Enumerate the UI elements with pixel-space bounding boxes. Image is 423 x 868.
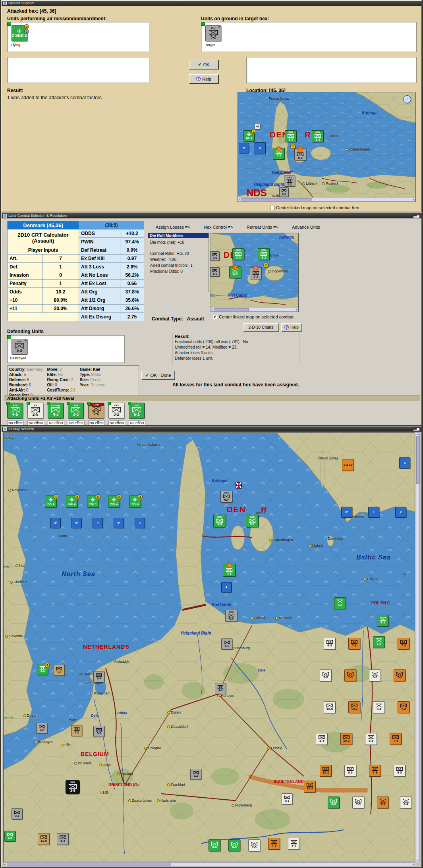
unit-counter[interactable]: 6-46 (37, 664, 48, 675)
unit-counter[interactable]: 9-4 (373, 701, 385, 713)
unit-counter[interactable]: XXX4-3✶ (223, 564, 236, 577)
unit-counter[interactable]: 3 (399, 457, 410, 469)
unit-counter[interactable]: 7-3 (398, 701, 409, 713)
center-map-checkbox-row[interactable]: Center linked map on selected combat hex (270, 205, 359, 210)
unit-counter[interactable]: 8-3 (344, 765, 356, 777)
unit-counter[interactable]: 5-1 (210, 267, 220, 277)
unit-counter[interactable]: 2-3 (71, 725, 82, 736)
unit-counter[interactable]: 4 (221, 582, 232, 592)
attacking-unit-counter[interactable]: XXX3-5 (68, 403, 84, 419)
unit-counter[interactable]: 7-4 (390, 733, 402, 745)
unit-counter[interactable]: XXX3-5 (66, 780, 80, 794)
unit-counter[interactable]: 7-3 (344, 669, 356, 681)
unit-counter[interactable]: 9-5 (369, 669, 381, 681)
unit-counter[interactable]: ✈FA-31 (45, 496, 57, 507)
ok-done-button[interactable]: ✔ OK - Done (141, 371, 175, 380)
unit-counter[interactable]: 10-2 (340, 733, 352, 745)
phase-nav-link[interactable]: Hex Control => (204, 225, 233, 230)
unit-counter[interactable]: 2-6 (4, 831, 15, 842)
unit-counter[interactable]: XXX5-2 (220, 491, 232, 503)
unit-counter[interactable]: 4 (254, 142, 266, 154)
defending-units-box[interactable]: KielR5-2 Destroyed (7, 335, 125, 363)
unit-counter[interactable]: XXX5-3 (225, 610, 237, 622)
unit-counter[interactable]: 6-3 (334, 597, 346, 609)
attacking-unit-counter[interactable]: XX2-5 (27, 403, 43, 419)
land-combat-map[interactable]: KattegaDENarhusCopenhagKiel Canal4-6XXX3… (210, 233, 299, 312)
map-horizontal-scrollbar[interactable]: ◄► (210, 308, 298, 312)
attacking-unit-counter[interactable]: XXX6-1 (129, 403, 145, 419)
ground-support-titlebar[interactable]: Ground Support (2, 1, 421, 6)
unit-counter[interactable]: 4-4 (190, 769, 201, 780)
unit-counter[interactable]: 5-1 (279, 187, 289, 197)
main-map[interactable]: nburghFrederikshavnÖland (Swe)KattegatNe… (3, 432, 415, 862)
center-map-checkbox[interactable] (270, 206, 274, 210)
attacking-unit-slot[interactable]: XX2-5No effect (27, 403, 46, 426)
unit-counter[interactable]: ✈FA-31 (243, 130, 255, 141)
center-map-checkbox-row[interactable]: Center linked map on selected combat. (213, 314, 295, 319)
ground-support-map[interactable]: FrederikshavnKattegatDENRarhusCopenhagen… (238, 92, 416, 202)
unit-counter[interactable]: 4-5✶ (273, 148, 285, 160)
map-horizontal-scrollbar[interactable]: ◄► (3, 862, 415, 866)
unit-counter[interactable]: XXX3-5 (285, 130, 297, 142)
unit-counter[interactable]: 1-3 (54, 665, 65, 676)
unit-counter[interactable]: 2 (395, 507, 406, 518)
ground-units-box[interactable]: KielR5-2 Target (201, 22, 417, 52)
ok-button[interactable]: ✔ OK (189, 60, 218, 69)
unit-counter[interactable]: 2 3 10 (342, 459, 354, 471)
unit-counter[interactable]: 46 (255, 124, 260, 129)
attacking-unit-slot[interactable]: XXX3-2No effect (108, 403, 127, 426)
unit-counter[interactable]: 7-3 (348, 638, 360, 650)
map-vertical-scrollbar[interactable]: ▲▼ (416, 432, 420, 862)
unit-counter[interactable]: 9-5 (365, 733, 377, 745)
unit-counter[interactable]: 0* (114, 518, 124, 528)
unit-counter[interactable]: 6-3 (324, 638, 336, 650)
unit-counter[interactable]: 0* (341, 507, 352, 518)
unit-counter[interactable]: 6-4 (93, 671, 104, 682)
land-combat-titlebar[interactable]: Land Combat Selection & Resolution (2, 213, 421, 218)
unit-counter[interactable]: 10-5 (324, 701, 336, 713)
phase-nav-link[interactable]: Retreat Units => (247, 225, 278, 230)
attacking-unit-slot[interactable]: Chicago4-3No effect (48, 403, 66, 426)
unit-counter[interactable]: 8-6 (328, 797, 340, 808)
attacking-unit-slot[interactable]: CAN5-2No effect (88, 403, 106, 426)
unit-counter[interactable]: 0* (71, 518, 82, 528)
unit-counter[interactable]: ✈FB-46 (87, 496, 99, 507)
unit-counter[interactable]: 6-4 (400, 797, 412, 808)
unit-counter[interactable]: 7-3 (369, 765, 381, 777)
unit-counter[interactable]: 7-5 (352, 797, 364, 808)
unit-counter[interactable]: 7-3 (394, 669, 406, 681)
unit-counter[interactable]: 9-5 (320, 669, 332, 681)
ground-secondary-box[interactable] (246, 57, 417, 83)
unit-counter[interactable]: 5-3 (93, 726, 104, 737)
attacking-unit-slot[interactable]: XXX3-5No effect (68, 403, 86, 426)
attacking-unit-counter[interactable]: CAN5-2 (88, 403, 104, 419)
unit-counter[interactable]: + (403, 95, 411, 103)
unit-counter[interactable]: 7-3 (398, 638, 409, 650)
attacking-unit-counter[interactable]: XXX3-2 (108, 403, 124, 419)
unit-counter[interactable]: XXX3-5 (213, 515, 226, 527)
unit-counter[interactable]: 0* (239, 143, 249, 153)
map-window-titlebar[interactable]: #1 Map Window (2, 426, 421, 432)
unit-counter[interactable]: 10-2 (304, 781, 316, 793)
unit-counter[interactable]: 2 (290, 144, 296, 149)
unit-counter[interactable]: 10-2 (348, 701, 360, 713)
unit-counter[interactable]: XXX3-5 (232, 248, 244, 260)
unit-counter[interactable]: 2 (263, 262, 268, 268)
attacking-unit-slot[interactable]: XXX6-1No effect (129, 403, 147, 426)
unit-counter[interactable]: ✈FA-24 (129, 496, 141, 507)
unit-counter[interactable]: 4-6 (210, 251, 220, 261)
help-button[interactable]: ? Help (281, 323, 302, 331)
unit-counter[interactable]: 0* (50, 518, 61, 528)
charts-button[interactable]: 2-D-10 Charts (243, 323, 279, 331)
unit-counter[interactable]: 5-1 (221, 638, 232, 650)
unit-counter[interactable]: 7-3 (268, 838, 280, 850)
unit-counter[interactable]: 8-6 (209, 839, 220, 851)
unit-counter[interactable]: 7-3 (377, 797, 389, 808)
unit-counter[interactable]: 1 (368, 507, 379, 518)
unit-counter[interactable]: 3-3 (12, 808, 23, 820)
unit-counter[interactable]: 9-5 (394, 765, 406, 777)
unit-counter[interactable]: XXX5-3 (284, 176, 295, 187)
unit-counter[interactable]: XXX3-2 (258, 248, 270, 260)
unit-counter[interactable]: XXX5-2✶ (294, 149, 306, 160)
unit-counter[interactable]: ✈SB-23 (66, 496, 78, 507)
